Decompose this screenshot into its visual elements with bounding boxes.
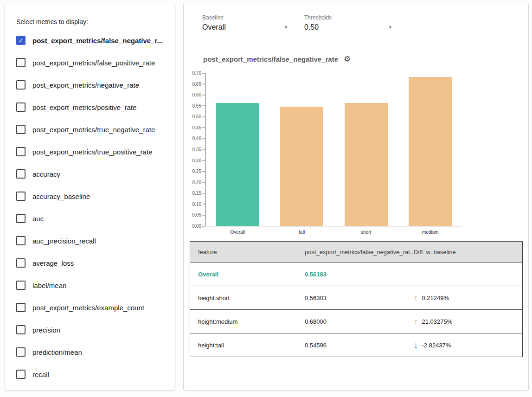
metric-checkbox-item[interactable]: post_export_metrics/false_positive_rate [16,51,166,74]
checkbox-unchecked-icon[interactable] [16,192,26,201]
table-row-height-medium[interactable]: height:medium0.68000↑21.03275% [190,310,522,333]
metric-label: accuracy_baseline [32,192,90,200]
thresholds-dropdown-label: Thresholds [304,14,392,21]
y-axis-tick-label: 0.35 [192,147,201,152]
diff-percentage: 0.21249% [422,295,449,301]
y-axis-tick-label: 0.45 [192,125,201,130]
bar-chart: 0.000.050.100.150.200.250.300.350.400.45… [188,73,462,235]
y-axis-tick-label: 0.70 [192,70,201,76]
checkbox-unchecked-icon[interactable] [16,147,26,156]
x-axis-label: medium [398,226,463,235]
y-axis-tick-label: 0.65 [192,81,201,86]
table-row-overall[interactable]: Overall0.56183 [190,263,522,286]
diff-percentage: -2.82437% [422,342,451,349]
up-arrow-icon: ↑ [414,317,418,326]
baseline-dropdown-value-row[interactable]: Overall ▼ [202,23,288,35]
checkbox-unchecked-icon[interactable] [16,236,26,245]
table-row-height-short[interactable]: height:short0.56303↑0.21249% [190,286,522,310]
metric-label: auc [32,215,44,223]
metric-checkbox-item[interactable]: accuracy_baseline [16,185,166,207]
chart-plot-row: 0.000.050.100.150.200.250.300.350.400.45… [188,73,462,226]
metric-label: label/mean [32,282,66,289]
metric-label: post_export_metrics/true_negative_rate [32,126,155,134]
bar-tall[interactable] [280,107,323,226]
diff-percentage: 21.03275% [422,318,453,325]
checkbox-unchecked-icon[interactable] [16,58,26,67]
metric-label: post_export_metrics/false_positive_rate [32,59,155,67]
checkbox-unchecked-icon[interactable] [16,303,26,312]
x-axis-label: Overall [205,226,270,235]
table-body: Overall0.56183height:short0.56303↑0.2124… [190,263,522,357]
metric-checkbox-item[interactable]: prediction/mean [16,341,166,363]
metric-label: post_export_metrics/true_positive_rate [32,148,152,156]
metric-label: prediction/mean [32,348,82,356]
metric-label: precision [32,326,60,334]
table-header-row: feature post_export_metrics/false_negati… [190,242,522,263]
bar-overall[interactable] [216,103,259,226]
table-row-height-tall[interactable]: height:tall0.54596↓-2.82437% [190,333,522,357]
metric-checkbox-item[interactable]: recall [16,363,166,385]
bar-slot [270,73,334,226]
checkbox-unchecked-icon[interactable] [16,258,26,268]
thresholds-selected-value: 0.50 [304,23,319,32]
x-axis-label: tall [270,226,334,235]
checkbox-unchecked-icon[interactable] [16,325,26,334]
thresholds-dropdown-value-row[interactable]: 0.50 ▼ [304,23,392,35]
y-axis-tick-label: 0.00 [192,224,201,229]
metrics-display-panel: Baseline Overall ▼ Thresholds 0.50 ▼ pos… [183,4,529,391]
y-axis-tick-label: 0.05 [192,212,201,218]
cell-diff-baseline: ↑0.21249% [414,294,522,302]
metric-checkbox-item[interactable]: post_export_metrics/true_positive_rate [16,141,166,163]
checkbox-checked-icon[interactable]: ✓ [16,36,26,45]
metric-checkbox-item[interactable]: precision [16,319,166,341]
bar-slot [334,73,398,226]
metric-checkbox-item[interactable]: post_export_metrics/true_negative_rate [16,118,166,141]
cell-diff-baseline: ↓-2.82437% [414,341,522,350]
bar-short[interactable] [345,103,388,226]
cell-feature: height:medium [190,318,305,325]
cell-feature: height:tall [190,342,305,349]
gear-icon[interactable]: ⚙ [344,54,351,64]
cell-metric-value: 0.68000 [305,318,414,325]
up-arrow-icon: ↑ [414,294,418,302]
bar-medium[interactable] [409,77,452,226]
metric-checkbox-item[interactable]: post_export_metrics/example_count [16,296,166,319]
metrics-table: feature post_export_metrics/false_negati… [190,241,523,357]
metric-checkbox-item[interactable]: accuracy [16,163,166,185]
chart-title: post_export_metrics/false_negative_rate [203,55,338,63]
cell-feature: height:short [190,295,305,301]
checkbox-unchecked-icon[interactable] [16,102,26,112]
metric-checkbox-item[interactable]: auc [16,207,166,230]
baseline-selected-value: Overall [202,23,226,32]
y-axis-tick-label: 0.60 [192,92,201,97]
bar-slot [205,73,270,226]
checkbox-unchecked-icon[interactable] [16,169,26,179]
baseline-dropdown[interactable]: Baseline Overall ▼ [202,14,288,35]
metric-checkbox-item[interactable]: label/mean [16,274,166,296]
checkbox-unchecked-icon[interactable] [16,347,26,357]
metric-checkbox-item[interactable]: ✓post_export_metrics/false_negative_r... [16,29,166,51]
metric-checkbox-item[interactable]: auc_precision_recall [16,230,166,252]
plot-area [205,73,462,226]
metric-checkbox-item[interactable]: average_loss [16,252,166,274]
checkbox-unchecked-icon[interactable] [16,80,26,90]
cell-metric-value: 0.56303 [305,295,414,301]
checkbox-unchecked-icon[interactable] [16,214,26,223]
metric-checkbox-item[interactable]: post_export_metrics/negative_rate [16,74,166,96]
checkbox-unchecked-icon[interactable] [16,125,26,134]
x-axis-label: short [334,226,398,235]
baseline-dropdown-label: Baseline [202,14,288,21]
metric-checkbox-item[interactable]: post_export_metrics/positive_rate [16,96,166,118]
y-axis-tick-label: 0.10 [192,201,201,206]
checkbox-unchecked-icon[interactable] [16,370,26,379]
thresholds-dropdown[interactable]: Thresholds 0.50 ▼ [304,14,392,35]
y-axis-tick-label: 0.20 [192,179,201,185]
metrics-list: ✓post_export_metrics/false_negative_r...… [16,29,166,385]
cell-feature: Overall [190,271,305,278]
cell-metric-value: 0.54596 [305,342,414,349]
checkbox-unchecked-icon[interactable] [16,281,26,290]
y-axis-tick-label: 0.30 [192,158,201,163]
chart-header: post_export_metrics/false_negative_rate … [203,54,351,64]
metrics-selection-panel: Select metrics to display: ✓post_export_… [5,4,175,391]
metric-label: post_export_metrics/positive_rate [32,103,136,111]
